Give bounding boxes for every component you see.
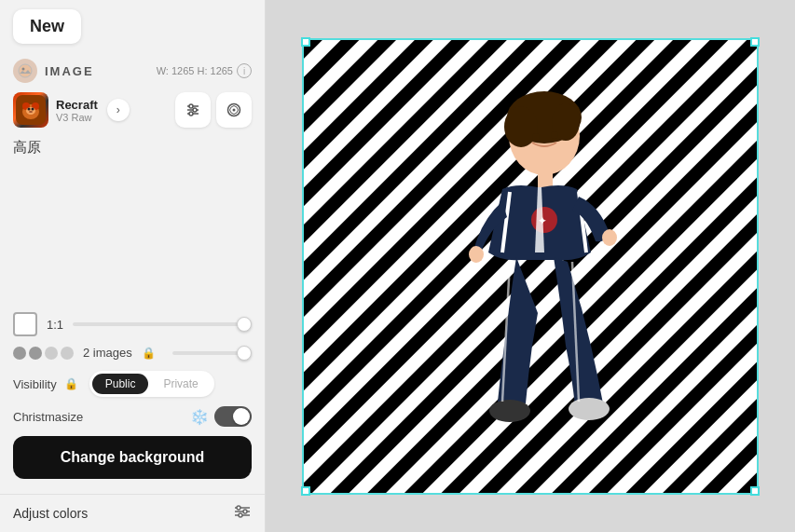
left-panel: New IMAGE W: 1265 H: 1265 i <box>0 0 266 532</box>
model-thumbnail <box>13 92 48 128</box>
christmasize-row: Christmasize ❄️ <box>13 406 252 427</box>
model-arrow-button[interactable]: › <box>107 99 130 121</box>
svg-point-14 <box>193 108 197 112</box>
svg-point-23 <box>239 513 242 517</box>
svg-point-21 <box>237 506 240 510</box>
christmasize-label: Christmasize <box>13 410 83 424</box>
private-toggle[interactable]: Private <box>150 374 211 394</box>
image-header: IMAGE W: 1265 H: 1265 i <box>0 53 265 87</box>
dot-1 <box>13 347 26 360</box>
images-slider[interactable] <box>172 351 252 355</box>
christmasize-toggle[interactable] <box>214 406 252 427</box>
new-button-area: New <box>0 0 265 53</box>
corner-handle-tr[interactable] <box>750 37 760 47</box>
visibility-lock-icon: 🔒 <box>64 377 78 390</box>
svg-point-34 <box>602 229 617 246</box>
dot-2 <box>29 347 42 360</box>
corner-handle-tl[interactable] <box>301 37 310 47</box>
svg-point-29 <box>504 106 538 147</box>
svg-point-22 <box>243 510 247 513</box>
public-toggle[interactable]: Public <box>92 374 149 394</box>
canvas-area: ✦ <box>266 0 795 532</box>
dot-4 <box>61 347 74 360</box>
svg-point-7 <box>28 108 31 111</box>
new-button[interactable]: New <box>13 9 81 44</box>
image-canvas[interactable]: ✦ <box>302 38 759 495</box>
images-row: 2 images 🔒 <box>13 346 252 360</box>
svg-point-31 <box>532 133 540 141</box>
model-row: Recraft V3 Raw › <box>0 87 265 133</box>
snowflake-icon: ❄️ <box>190 408 209 426</box>
svg-point-35 <box>469 246 484 263</box>
adjust-colors-label: Adjust colors <box>13 506 88 521</box>
model-name: Recraft <box>56 98 98 112</box>
sliders-button[interactable] <box>175 92 211 128</box>
style-button[interactable] <box>216 92 252 128</box>
dot-3 <box>45 347 58 360</box>
svg-point-1 <box>22 68 25 71</box>
model-tools <box>175 92 252 128</box>
corner-handle-bl[interactable] <box>301 486 310 496</box>
visibility-toggle-group: Public Private <box>89 371 214 397</box>
images-count-label: 2 images <box>83 346 132 360</box>
image-label: IMAGE <box>45 64 94 78</box>
prompt-area: 高原 <box>0 133 265 166</box>
adjust-colors-icon[interactable] <box>233 502 252 525</box>
ratio-row: 1:1 <box>13 312 252 336</box>
image-section-icon <box>13 59 37 83</box>
images-lock-icon: 🔒 <box>142 347 156 360</box>
images-dots <box>13 347 74 360</box>
svg-point-15 <box>189 112 193 116</box>
svg-point-17 <box>233 109 236 112</box>
svg-point-32 <box>551 131 558 139</box>
info-icon[interactable]: i <box>237 63 252 78</box>
change-background-button[interactable]: Change background <box>13 436 252 479</box>
model-sub: V3 Raw <box>56 112 98 123</box>
controls-area: 1:1 2 images 🔒 Visibility 🔒 Public <box>0 305 265 494</box>
child-figure: ✦ <box>372 66 689 495</box>
prompt-text: 高原 <box>13 139 41 155</box>
svg-point-13 <box>189 104 193 108</box>
corner-handle-br[interactable] <box>750 486 760 496</box>
svg-point-0 <box>19 64 32 77</box>
visibility-label: Visibility <box>13 377 57 391</box>
svg-point-37 <box>569 398 610 420</box>
ratio-box <box>13 312 37 336</box>
svg-point-36 <box>489 400 530 422</box>
svg-point-9 <box>29 111 33 113</box>
model-info: Recraft V3 Raw <box>56 98 98 123</box>
adjust-colors-row: Adjust colors <box>0 494 265 532</box>
svg-point-8 <box>32 108 34 111</box>
image-dims: W: 1265 H: 1265 i <box>157 63 252 78</box>
ratio-label: 1:1 <box>47 318 63 332</box>
ratio-slider[interactable] <box>73 322 252 326</box>
visibility-row: Visibility 🔒 Public Private <box>13 371 252 397</box>
